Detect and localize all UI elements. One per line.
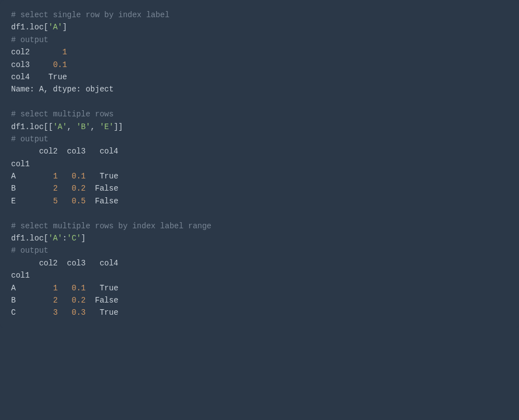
code-token [85, 197, 95, 206]
code-line: col3 0.1 [11, 59, 508, 71]
code-token: col2 [11, 48, 62, 57]
code-token: 'A' [48, 23, 62, 32]
code-token: False [95, 197, 118, 206]
code-token: df1.loc[ [11, 23, 48, 32]
code-token: # select single row by index label [11, 11, 170, 19]
code-token [58, 284, 72, 293]
code-token: Name: A, dtype: [11, 85, 85, 94]
code-line [11, 96, 508, 108]
code-line: # output [11, 244, 508, 257]
code-line: B 2 0.2 False [11, 182, 508, 194]
code-token: C [11, 308, 53, 317]
code-token: A [11, 172, 53, 181]
code-token: 3 [53, 308, 58, 317]
code-line: df1.loc['A':'C'] [11, 232, 508, 244]
code-token [85, 184, 95, 193]
code-token: df1.loc[ [11, 234, 48, 243]
code-block: # select single row by index labeldf1.lo… [0, 0, 519, 328]
code-token: # output [11, 135, 48, 144]
code-token: 'B' [77, 122, 90, 131]
code-line: col1 [11, 158, 508, 170]
code-token: 'C' [67, 234, 81, 243]
code-line: Name: A, dtype: object [11, 83, 508, 95]
code-token: 'A' [48, 234, 62, 243]
code-token: 0.1 [72, 172, 85, 181]
code-line: B 2 0.2 False [11, 294, 508, 306]
code-token: , [67, 122, 77, 131]
code-token [58, 184, 72, 193]
code-token: 0.1 [53, 60, 67, 69]
code-line [11, 207, 508, 219]
code-token [85, 308, 99, 317]
code-line: df1.loc['A'] [11, 21, 508, 33]
code-line: col2 col3 col4 [11, 257, 508, 269]
code-token: 1 [53, 284, 58, 293]
code-token: 'E' [100, 122, 114, 131]
code-token [58, 197, 72, 206]
code-token: col4 [11, 73, 48, 81]
code-token: col2 col3 col4 [11, 259, 118, 268]
code-token: df1.loc[[ [11, 122, 53, 131]
code-line: col2 col3 col4 [11, 145, 508, 157]
code-line: C 3 0.3 True [11, 306, 508, 319]
code-token: True [48, 73, 67, 81]
code-line: E 5 0.5 False [11, 195, 508, 207]
code-token: True [100, 284, 119, 293]
code-line: # select multiple rows [11, 108, 508, 120]
code-token: True [100, 172, 119, 181]
code-token: False [95, 184, 118, 193]
code-token: ]] [114, 122, 123, 131]
code-line: # output [11, 34, 508, 46]
code-token: 0.2 [72, 184, 85, 193]
code-token: 5 [53, 197, 58, 206]
code-token: # output [11, 35, 48, 44]
code-token: # select multiple rows by index label ra… [11, 222, 211, 231]
code-token: col1 [11, 271, 30, 280]
code-token: 0.1 [72, 284, 85, 293]
code-token [85, 296, 95, 305]
code-token: 0.2 [72, 296, 85, 305]
code-token: : [62, 234, 67, 243]
code-token: 'A' [53, 122, 67, 131]
code-token [85, 284, 99, 293]
code-token [85, 172, 99, 181]
code-line: # output [11, 133, 508, 145]
code-line: # select single row by index label [11, 9, 508, 21]
code-token: col3 [11, 60, 53, 69]
code-token: 1 [62, 48, 67, 57]
code-token: E [11, 197, 53, 206]
code-line: A 1 0.1 True [11, 282, 508, 294]
code-token: 2 [53, 184, 58, 193]
code-token: B [11, 296, 53, 305]
code-token: 1 [53, 172, 58, 181]
code-token [58, 296, 72, 305]
code-token: 0.5 [72, 197, 85, 206]
code-token: 0.3 [72, 308, 85, 317]
code-line: A 1 0.1 True [11, 170, 508, 182]
code-token [58, 172, 72, 181]
code-token: # select multiple rows [11, 110, 114, 119]
code-line: # select multiple rows by index label ra… [11, 220, 508, 232]
code-token [58, 308, 72, 317]
code-line: col4 True [11, 71, 508, 83]
code-token: object [85, 85, 113, 94]
code-token: , [90, 122, 100, 131]
code-line: col2 1 [11, 46, 508, 58]
code-token: col2 col3 col4 [11, 147, 118, 156]
code-token: 2 [53, 296, 58, 305]
code-token: ] [62, 23, 67, 32]
code-token: ] [81, 234, 85, 243]
code-token: col1 [11, 160, 30, 168]
code-token: B [11, 184, 53, 193]
code-line: col1 [11, 269, 508, 281]
code-line: df1.loc[['A', 'B', 'E']] [11, 121, 508, 133]
code-token: A [11, 284, 53, 293]
code-token: # output [11, 246, 48, 255]
code-token: True [100, 308, 119, 317]
code-token: False [95, 296, 118, 305]
